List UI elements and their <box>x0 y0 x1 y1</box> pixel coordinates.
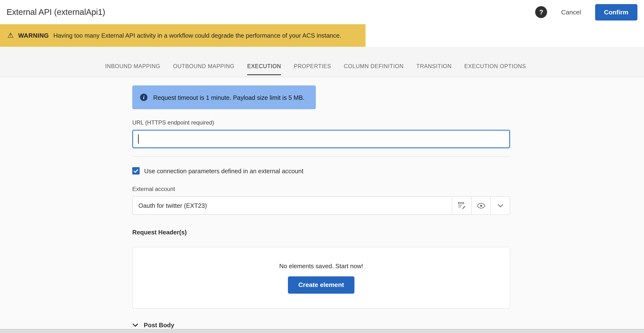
tab-inbound-mapping[interactable]: INBOUND MAPPING <box>105 63 160 75</box>
tab-column-definition[interactable]: COLUMN DEFINITION <box>344 63 404 75</box>
help-icon[interactable]: ? <box>535 6 547 18</box>
cancel-button[interactable]: Cancel <box>559 8 584 16</box>
warning-banner: ⚠ WARNING Having too many External API a… <box>0 24 366 47</box>
external-account-dropdown-button[interactable] <box>491 196 510 215</box>
post-body-section-toggle[interactable]: Post Body <box>132 322 644 328</box>
tab-outbound-mapping[interactable]: OUTBOUND MAPPING <box>173 63 234 75</box>
external-account-label: External account <box>132 186 644 192</box>
warning-label: WARNING <box>18 32 49 39</box>
external-account-row: Oauth for twitter (EXT23) <box>132 196 510 215</box>
url-field-wrap <box>132 130 510 148</box>
tab-strip: INBOUND MAPPING OUTBOUND MAPPING EXECUTI… <box>0 47 644 77</box>
external-account-value-text: Oauth for twitter (EXT23) <box>138 202 207 209</box>
warning-banner-row: ⚠ WARNING Having too many External API a… <box>0 24 644 47</box>
post-body-title: Post Body <box>144 322 174 328</box>
info-banner: i Request timeout is 1 minute. Payload s… <box>132 86 316 109</box>
page-title: External API (externalApi1) <box>6 8 535 17</box>
tab-properties[interactable]: PROPERTIES <box>294 63 331 75</box>
edit-list-icon <box>458 202 466 209</box>
info-icon: i <box>140 94 148 101</box>
checkmark-icon <box>134 169 138 173</box>
chevron-down-icon <box>497 204 504 207</box>
use-connection-parameters-row[interactable]: Use connection parameters defined in an … <box>132 167 644 175</box>
tab-transition[interactable]: TRANSITION <box>416 63 452 75</box>
text-caret <box>138 134 139 144</box>
top-bar: External API (externalApi1) ? Cancel Con… <box>0 0 644 24</box>
tab-execution[interactable]: EXECUTION <box>247 63 281 75</box>
url-input[interactable] <box>132 130 510 148</box>
external-account-value[interactable]: Oauth for twitter (EXT23) <box>132 196 452 215</box>
eye-icon <box>476 203 485 208</box>
info-icon-glyph: i <box>143 94 144 100</box>
request-headers-empty-state: No elements saved. Start now! Create ele… <box>132 247 510 309</box>
help-icon-glyph: ? <box>539 8 543 16</box>
bottom-strip <box>0 329 644 333</box>
chevron-down-icon <box>132 323 138 327</box>
confirm-button[interactable]: Confirm <box>595 4 638 20</box>
tabs: INBOUND MAPPING OUTBOUND MAPPING EXECUTI… <box>0 47 644 77</box>
divider <box>132 156 510 157</box>
use-connection-parameters-label: Use connection parameters defined in an … <box>144 168 304 174</box>
view-external-account-button[interactable] <box>472 196 491 215</box>
execution-panel: i Request timeout is 1 minute. Payload s… <box>0 77 644 333</box>
edit-external-account-button[interactable] <box>452 196 472 215</box>
info-message: Request timeout is 1 minute. Payload siz… <box>153 94 304 101</box>
app-window: External API (externalApi1) ? Cancel Con… <box>0 0 644 333</box>
create-element-button[interactable]: Create element <box>288 276 354 294</box>
warning-icon: ⚠ <box>8 32 14 39</box>
warning-message: Having too many External API activity in… <box>53 32 341 39</box>
url-field-label: URL (HTTPS endpoint required) <box>132 119 644 126</box>
tab-execution-options[interactable]: EXECUTION OPTIONS <box>464 63 526 75</box>
request-headers-title: Request Header(s) <box>132 229 644 236</box>
empty-state-text: No elements saved. Start now! <box>279 262 363 269</box>
use-connection-parameters-checkbox[interactable] <box>132 167 140 175</box>
